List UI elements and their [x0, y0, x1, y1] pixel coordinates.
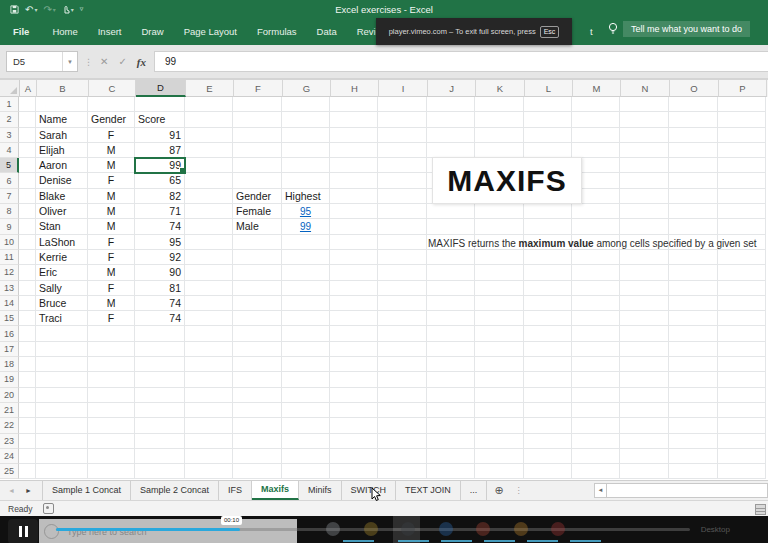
- row-header-20[interactable]: 20: [0, 388, 19, 403]
- cell-I23[interactable]: [378, 434, 427, 449]
- sheet-tab-minifs[interactable]: Minifs: [299, 481, 342, 501]
- cell-A2[interactable]: [19, 112, 36, 127]
- cell-D25[interactable]: [135, 464, 185, 479]
- cell-F21[interactable]: [233, 403, 282, 418]
- row-header-21[interactable]: 21: [0, 403, 19, 418]
- cell-I2[interactable]: [378, 112, 427, 127]
- cell-I5[interactable]: [378, 158, 427, 173]
- row-header-16[interactable]: 16: [0, 326, 19, 341]
- cell-F10[interactable]: [233, 235, 282, 250]
- cell-P4[interactable]: [718, 143, 766, 158]
- cell-D7[interactable]: 82: [135, 189, 185, 204]
- cell-C22[interactable]: [88, 418, 135, 433]
- sheet-nav-right-icon[interactable]: ►: [25, 487, 32, 494]
- column-header-I[interactable]: I: [379, 80, 428, 97]
- cell-A5[interactable]: [19, 158, 36, 173]
- cell-K9[interactable]: [475, 219, 524, 234]
- cell-I13[interactable]: [378, 281, 427, 296]
- column-header-B[interactable]: B: [37, 80, 89, 97]
- cell-E11[interactable]: [185, 250, 233, 265]
- view-shortcut-icon[interactable]: [755, 504, 766, 515]
- cell-D4[interactable]: 87: [135, 143, 185, 158]
- cell-I8[interactable]: [378, 204, 427, 219]
- cell-G10[interactable]: [282, 235, 330, 250]
- cell-K17[interactable]: [475, 342, 524, 357]
- cell-E17[interactable]: [185, 342, 233, 357]
- cell-E23[interactable]: [185, 434, 233, 449]
- cell-L23[interactable]: [524, 434, 572, 449]
- cell-H14[interactable]: [330, 296, 378, 311]
- cell-H18[interactable]: [330, 357, 378, 372]
- sheet-tab-sample-1-concat[interactable]: Sample 1 Concat: [42, 481, 131, 501]
- cell-M17[interactable]: [572, 342, 620, 357]
- cell-F12[interactable]: [233, 265, 282, 280]
- cell-J19[interactable]: [427, 372, 475, 387]
- cell-H8[interactable]: [330, 204, 378, 219]
- cell-N6[interactable]: [620, 173, 669, 188]
- cell-H21[interactable]: [330, 403, 378, 418]
- cell-C9[interactable]: M: [88, 219, 135, 234]
- cell-I10[interactable]: [378, 235, 427, 250]
- cell-G11[interactable]: [282, 250, 330, 265]
- cell-K3[interactable]: [475, 128, 524, 143]
- cell-P19[interactable]: [718, 372, 766, 387]
- sheet-nav-left-icon[interactable]: ◄: [8, 487, 15, 494]
- cell-B12[interactable]: Eric: [36, 265, 88, 280]
- save-icon[interactable]: [10, 5, 19, 14]
- cell-D20[interactable]: [135, 388, 185, 403]
- cell-F23[interactable]: [233, 434, 282, 449]
- cell-N18[interactable]: [620, 357, 669, 372]
- cell-L22[interactable]: [524, 418, 572, 433]
- cell-M22[interactable]: [572, 418, 620, 433]
- cell-G4[interactable]: [282, 143, 330, 158]
- cell-N25[interactable]: [620, 464, 669, 479]
- cell-B5[interactable]: Aaron: [36, 158, 88, 173]
- cell-O13[interactable]: [669, 281, 718, 296]
- sheet-tab-text-join[interactable]: TEXT JOIN: [396, 481, 461, 501]
- cell-F7[interactable]: Gender: [233, 189, 282, 204]
- cell-A25[interactable]: [19, 464, 36, 479]
- row-header-9[interactable]: 9: [0, 219, 19, 234]
- cell-I7[interactable]: [378, 189, 427, 204]
- cell-H4[interactable]: [330, 143, 378, 158]
- cell-C17[interactable]: [88, 342, 135, 357]
- cell-E24[interactable]: [185, 449, 233, 464]
- cell-P13[interactable]: [718, 281, 766, 296]
- cell-B22[interactable]: [36, 418, 88, 433]
- cell-G20[interactable]: [282, 388, 330, 403]
- cell-I17[interactable]: [378, 342, 427, 357]
- touch-mode-dropdown-icon[interactable]: ▾: [71, 6, 74, 13]
- cell-K24[interactable]: [475, 449, 524, 464]
- cell-B2[interactable]: Name: [36, 112, 88, 127]
- cell-C4[interactable]: M: [88, 143, 135, 158]
- cell-H11[interactable]: [330, 250, 378, 265]
- cell-A14[interactable]: [19, 296, 36, 311]
- cell-E21[interactable]: [185, 403, 233, 418]
- cell-J16[interactable]: [427, 326, 475, 341]
- cell-L14[interactable]: [524, 296, 572, 311]
- cell-F18[interactable]: [233, 357, 282, 372]
- cell-K13[interactable]: [475, 281, 524, 296]
- cell-J11[interactable]: [427, 250, 475, 265]
- cell-D8[interactable]: 71: [135, 204, 185, 219]
- cell-H1[interactable]: [330, 97, 378, 112]
- clipped-ribbon-tab[interactable]: t: [590, 26, 593, 37]
- maxifs-textbox[interactable]: MAXIFS: [432, 157, 582, 204]
- cell-L13[interactable]: [524, 281, 572, 296]
- row-header-15[interactable]: 15: [0, 311, 19, 326]
- cell-J8[interactable]: [427, 204, 475, 219]
- row-header-17[interactable]: 17: [0, 342, 19, 357]
- undo-dropdown-icon[interactable]: ▾: [34, 6, 37, 13]
- cell-P12[interactable]: [718, 265, 766, 280]
- cell-N7[interactable]: [620, 189, 669, 204]
- cell-J14[interactable]: [427, 296, 475, 311]
- sheet-tab-more[interactable]: ...: [461, 481, 488, 501]
- cell-N16[interactable]: [620, 326, 669, 341]
- cell-G6[interactable]: [282, 173, 330, 188]
- cell-C5[interactable]: M: [88, 158, 135, 173]
- cell-N21[interactable]: [620, 403, 669, 418]
- cell-L15[interactable]: [524, 311, 572, 326]
- cell-G13[interactable]: [282, 281, 330, 296]
- cell-H3[interactable]: [330, 128, 378, 143]
- column-header-F[interactable]: F: [234, 80, 283, 97]
